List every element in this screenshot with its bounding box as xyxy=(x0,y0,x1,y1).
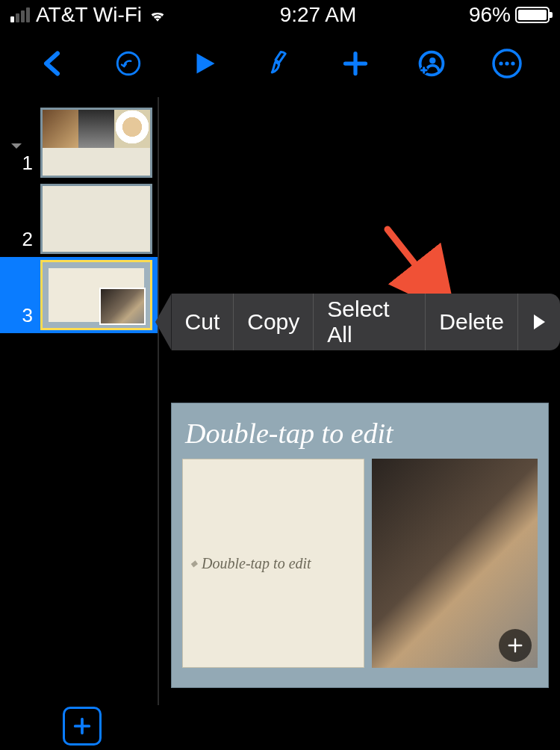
back-button[interactable] xyxy=(33,43,73,84)
play-icon xyxy=(191,50,218,77)
slide-thumbnail xyxy=(40,184,152,254)
battery-percent: 96% xyxy=(469,3,511,27)
ellipsis-circle-icon xyxy=(491,47,523,80)
status-left: AT&T Wi-Fi xyxy=(10,3,167,27)
battery-icon xyxy=(515,7,550,23)
main: 1 2 3 Double-tap to edit xyxy=(0,97,560,705)
svg-point-2 xyxy=(429,58,435,63)
svg-point-6 xyxy=(505,61,509,65)
slide-thumbnail xyxy=(40,108,152,178)
svg-point-0 xyxy=(117,52,139,74)
person-add-icon xyxy=(418,50,445,77)
slide-number: 3 xyxy=(3,304,37,330)
more-button[interactable] xyxy=(487,43,527,84)
context-copy[interactable]: Copy xyxy=(234,294,314,350)
brush-icon xyxy=(267,50,293,77)
chevron-down-icon xyxy=(10,142,22,151)
media-placeholder[interactable] xyxy=(372,459,538,668)
slide-number: 2 xyxy=(3,228,37,254)
insert-button[interactable] xyxy=(335,43,376,84)
body-placeholder-text: Double-tap to edit xyxy=(202,555,311,572)
collaborate-button[interactable] xyxy=(411,43,452,84)
chevron-left-icon xyxy=(40,50,66,77)
wifi-icon xyxy=(148,7,167,22)
add-slide-button[interactable] xyxy=(63,707,102,746)
context-menu-pointer xyxy=(155,294,172,350)
title-placeholder[interactable]: Double-tap to edit xyxy=(182,414,538,459)
context-more[interactable] xyxy=(518,294,560,350)
svg-line-8 xyxy=(388,229,444,300)
bottom-bar xyxy=(0,705,560,750)
body-text-placeholder[interactable]: ◆ Double-tap to edit xyxy=(182,459,364,668)
slide-thumb-1[interactable]: 1 xyxy=(0,105,158,181)
slide-thumb-2[interactable]: 2 xyxy=(0,181,158,257)
context-select-all[interactable]: Select All xyxy=(314,294,426,350)
status-right: 96% xyxy=(469,3,550,27)
bullet-icon: ◆ xyxy=(190,558,197,569)
toolbar xyxy=(0,30,560,97)
undo-button[interactable] xyxy=(108,43,149,84)
plus-icon xyxy=(72,716,93,737)
slide-number: 1 xyxy=(3,152,37,178)
play-button[interactable] xyxy=(184,43,225,84)
plus-icon xyxy=(342,50,369,77)
context-cut[interactable]: Cut xyxy=(172,294,234,350)
clock: 9:27 AM xyxy=(280,3,357,27)
svg-point-7 xyxy=(511,61,515,65)
slide-canvas[interactable]: Double-tap to edit ◆ Double-tap to edit xyxy=(159,97,560,705)
svg-point-5 xyxy=(500,61,503,65)
status-bar: AT&T Wi-Fi 9:27 AM 96% xyxy=(0,0,560,30)
slide-thumbnail xyxy=(40,260,152,330)
format-brush-button[interactable] xyxy=(260,43,300,84)
context-delete[interactable]: Delete xyxy=(426,294,518,350)
undo-icon xyxy=(115,50,142,77)
slide-thumb-3[interactable]: 3 xyxy=(0,257,158,333)
cellular-signal-icon xyxy=(10,7,30,22)
slide-navigator: 1 2 3 xyxy=(0,97,159,705)
slide-editor[interactable]: Double-tap to edit ◆ Double-tap to edit xyxy=(171,403,549,688)
carrier-label: AT&T Wi-Fi xyxy=(36,3,142,27)
play-icon xyxy=(532,313,547,331)
collapse-toggle[interactable] xyxy=(10,139,22,155)
context-menu: Cut Copy Select All Delete xyxy=(155,294,560,350)
add-media-button[interactable] xyxy=(499,629,532,662)
plus-icon xyxy=(507,637,523,654)
